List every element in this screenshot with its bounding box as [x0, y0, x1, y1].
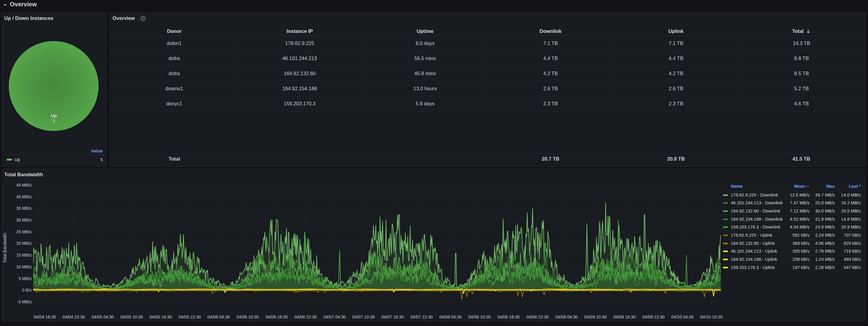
svg-text:04/09 10:30: 04/09 10:30	[584, 315, 607, 319]
svg-text:Total Bandwidth: Total Bandwidth	[2, 233, 7, 263]
svg-text:04/07 22:30: 04/07 22:30	[410, 315, 433, 319]
svg-text:04/09 04:30: 04/09 04:30	[555, 315, 578, 319]
svg-text:04/08 04:30: 04/08 04:30	[439, 315, 462, 319]
svg-text:04/06 04:30: 04/06 04:30	[208, 315, 230, 319]
svg-text:04/07 16:30: 04/07 16:30	[381, 315, 404, 319]
svg-text:10 MB/s: 10 MB/s	[16, 264, 32, 269]
svg-text:20 MB/s: 20 MB/s	[16, 241, 32, 246]
svg-text:30 MB/s: 30 MB/s	[16, 218, 32, 223]
svg-text:04/05 22:30: 04/05 22:30	[179, 315, 201, 319]
svg-text:5 MB/s: 5 MB/s	[19, 276, 32, 281]
svg-text:04/07 04:30: 04/07 04:30	[323, 315, 346, 319]
svg-text:04/08 22:30: 04/08 22:30	[526, 315, 549, 319]
svg-text:04/04 16:30: 04/04 16:30	[34, 315, 56, 319]
svg-text:25 MB/s: 25 MB/s	[16, 229, 32, 234]
svg-text:45 MB/s: 45 MB/s	[16, 183, 32, 187]
svg-text:04/07 10:30: 04/07 10:30	[352, 315, 375, 319]
svg-text:04/08 16:30: 04/08 16:30	[497, 315, 520, 319]
svg-text:0 B/s: 0 B/s	[22, 288, 32, 293]
svg-text:04/10 10:30: 04/10 10:30	[700, 315, 723, 319]
svg-text:04/05 10:30: 04/05 10:30	[121, 315, 143, 319]
svg-text:04/06 22:30: 04/06 22:30	[294, 315, 317, 319]
svg-text:04/08 10:30: 04/08 10:30	[468, 315, 491, 319]
svg-text:04/04 22:30: 04/04 22:30	[63, 315, 85, 319]
svg-text:04/05 04:30: 04/05 04:30	[92, 315, 114, 319]
svg-text:04/06 10:30: 04/06 10:30	[237, 315, 259, 319]
svg-text:04/09 16:30: 04/09 16:30	[614, 315, 636, 319]
svg-text:04/06 16:30: 04/06 16:30	[266, 315, 288, 319]
svg-text:04/05 16:30: 04/05 16:30	[150, 315, 172, 319]
svg-text:04/10 04:30: 04/10 04:30	[671, 315, 694, 319]
svg-text:35 MB/s: 35 MB/s	[16, 206, 32, 211]
svg-text:04/09 22:30: 04/09 22:30	[642, 315, 665, 319]
svg-text:-5 MB/s: -5 MB/s	[17, 299, 32, 304]
svg-text:15 MB/s: 15 MB/s	[16, 253, 32, 258]
svg-text:40 MB/s: 40 MB/s	[16, 195, 32, 199]
